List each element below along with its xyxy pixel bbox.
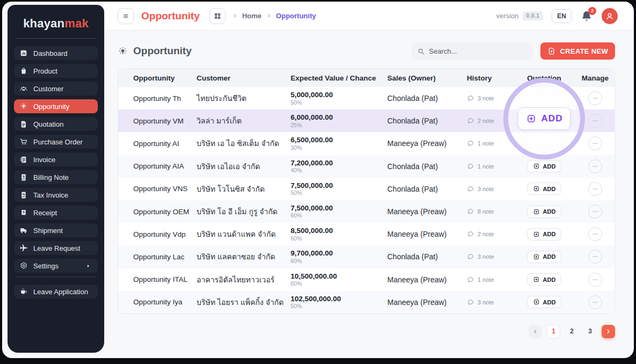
- history-cell[interactable]: 3 note: [467, 299, 512, 306]
- opportunity-name: Opportunity VM: [133, 117, 197, 125]
- sidebar-item[interactable]: % Tax Invoice: [14, 188, 98, 202]
- sidebar-item[interactable]: $ Receipt: [14, 206, 98, 220]
- page-number-button[interactable]: 3: [583, 325, 597, 338]
- table-row[interactable]: Opportunity AI บริษัท เอ ไอ ซิสเต็ม จำกั…: [118, 132, 615, 155]
- manage-button[interactable]: [588, 182, 602, 196]
- table-row[interactable]: Opportunity OEM บริษัท โอ อี เอ็ม กูรู จ…: [118, 200, 615, 223]
- highlighted-add-quotation-button[interactable]: ADD: [518, 107, 570, 130]
- invoice-icon: [19, 155, 28, 164]
- plus-squircle-icon: [533, 231, 540, 238]
- chevron-right-icon: [232, 13, 238, 19]
- add-quotation-button[interactable]: ADD: [527, 160, 562, 172]
- sidebar-item-label: Receipt: [33, 209, 57, 217]
- add-quotation-button[interactable]: ADD: [527, 206, 562, 218]
- sales-owner: Maneeya (Preaw): [387, 207, 467, 216]
- opportunity-name: Opportunity Th: [133, 94, 197, 103]
- sidebar-item[interactable]: Purchase Order: [14, 135, 98, 149]
- top-bar: Opportunity Home Opportunity version 0.0…: [104, 2, 634, 31]
- ellipsis-icon: [591, 275, 599, 284]
- previous-page-button[interactable]: [529, 325, 542, 338]
- customer-name: บริษัท แวนด้าแพค จำกัด: [197, 228, 291, 240]
- search-box: [411, 42, 533, 60]
- note-count: 2 note: [478, 231, 494, 237]
- hamburger-icon: [121, 11, 131, 21]
- history-cell[interactable]: 1 note: [467, 140, 512, 147]
- sidebar-item[interactable]: Quotation: [14, 117, 98, 131]
- table-row[interactable]: Opportunity Vdp บริษัท แวนด้าแพค จำกัด 8…: [118, 223, 615, 245]
- ellipsis-icon: [591, 230, 599, 238]
- sidebar-item[interactable]: Opportunity: [14, 99, 98, 113]
- sidebar-toggle-button[interactable]: [118, 8, 134, 24]
- chevron-right-icon: [605, 328, 612, 335]
- page-number-button[interactable]: 2: [565, 325, 579, 338]
- manage-button[interactable]: [588, 159, 602, 173]
- manage-button[interactable]: [588, 250, 602, 264]
- table-row[interactable]: Opportunity ITAL อาคารอิตัลไทยทาวเวอร์ 1…: [118, 268, 615, 291]
- version-badge: 0.0.1: [523, 11, 544, 20]
- sidebar-item[interactable]: Settings: [14, 259, 98, 273]
- history-cell[interactable]: 2 note: [467, 230, 512, 238]
- customer-name: บริษัท เอไอเอ จำกัด: [197, 161, 291, 172]
- history-cell[interactable]: 1 note: [467, 163, 512, 170]
- opportunity-name: Opportunity AI: [133, 140, 197, 148]
- sidebar-item[interactable]: Leave Application: [14, 285, 98, 299]
- sales-owner: Chonlada (Pat): [387, 94, 467, 103]
- app-window: khayanmak Dashboard Product C: [2, 2, 634, 358]
- apps-grid-button[interactable]: [209, 8, 226, 24]
- pagination: 1 2 3: [118, 314, 615, 338]
- manage-button[interactable]: [588, 205, 602, 219]
- sidebar-item[interactable]: Product: [14, 64, 98, 78]
- customer-name: บริษัท เอ ไอ ซิสเต็ม จำกัด: [197, 137, 291, 149]
- manage-button[interactable]: [588, 136, 602, 150]
- sidebar-nav: Dashboard Product Customer Op: [14, 46, 98, 273]
- sidebar-item[interactable]: Customer: [14, 82, 98, 96]
- customer-name: วิลล่า มาร์เก็ต: [197, 115, 291, 127]
- user-avatar[interactable]: [602, 8, 618, 24]
- manage-button[interactable]: [588, 227, 602, 241]
- history-cell[interactable]: 3 note: [467, 185, 512, 193]
- table-row[interactable]: Opportunity AIA บริษัท เอไอเอ จำกัด 7,20…: [118, 155, 615, 178]
- customer-name: ไทยประกันชีวิต: [197, 92, 291, 104]
- sidebar-item[interactable]: Shipment: [14, 223, 98, 237]
- ellipsis-icon: [591, 252, 599, 261]
- sidebar-item-label: Shipment: [33, 227, 63, 235]
- leave-request-icon: [19, 244, 28, 252]
- history-cell[interactable]: 2 note: [467, 117, 512, 125]
- caret-right-icon: [84, 263, 92, 269]
- breadcrumb: Home Opportunity: [232, 12, 316, 20]
- add-quotation-button[interactable]: ADD: [527, 296, 562, 308]
- history-cell[interactable]: 8 note: [467, 208, 512, 215]
- create-new-button[interactable]: CREATE NEW: [540, 42, 615, 60]
- opportunity-name: Opportunity Lac: [133, 253, 197, 261]
- manage-button[interactable]: [588, 273, 602, 287]
- chance-percent: 60%: [291, 258, 387, 265]
- sales-owner: Chonlada (Pat): [387, 185, 467, 193]
- ellipsis-icon: [591, 298, 599, 307]
- search-input[interactable]: [429, 47, 527, 55]
- history-cell[interactable]: 1 note: [467, 276, 512, 283]
- table-row[interactable]: Opportunity Lac บริษัท แลคตาซอย จำกัด 9,…: [118, 245, 615, 268]
- add-quotation-button[interactable]: ADD: [527, 251, 562, 263]
- manage-button[interactable]: [588, 114, 602, 128]
- page-number-button[interactable]: 1: [547, 325, 560, 338]
- manage-button[interactable]: [588, 295, 602, 309]
- table-row[interactable]: Opportunity VNS บริษัท โวโนซิส จำกัด 7,5…: [118, 178, 615, 200]
- table-row[interactable]: Opportunity Iya บริษัท ไอยรา แพ็คกิ้ง จำ…: [118, 291, 615, 314]
- add-quotation-button[interactable]: ADD: [527, 183, 562, 195]
- next-page-button[interactable]: [602, 325, 615, 338]
- table-row[interactable]: Opportunity Th ไทยประกันชีวิต 5,000,000.…: [118, 87, 615, 110]
- quotation-icon: [19, 120, 28, 128]
- language-button[interactable]: EN: [552, 9, 572, 23]
- history-cell[interactable]: 3 note: [467, 253, 512, 260]
- history-cell[interactable]: 3 note: [467, 94, 512, 102]
- customer-name: บริษัท แลคตาซอย จำกัด: [197, 251, 291, 263]
- sidebar-item[interactable]: Dashboard: [14, 46, 98, 60]
- manage-button[interactable]: [588, 91, 602, 105]
- notifications-button[interactable]: 2: [580, 10, 593, 23]
- add-quotation-button[interactable]: ADD: [527, 228, 562, 241]
- add-quotation-button[interactable]: ADD: [527, 273, 562, 286]
- sidebar-item[interactable]: Invoice: [14, 152, 98, 166]
- sidebar-item[interactable]: Leave Request: [14, 241, 98, 255]
- sidebar-item[interactable]: $ Billing Note: [14, 170, 98, 184]
- breadcrumb-home[interactable]: Home: [242, 12, 262, 20]
